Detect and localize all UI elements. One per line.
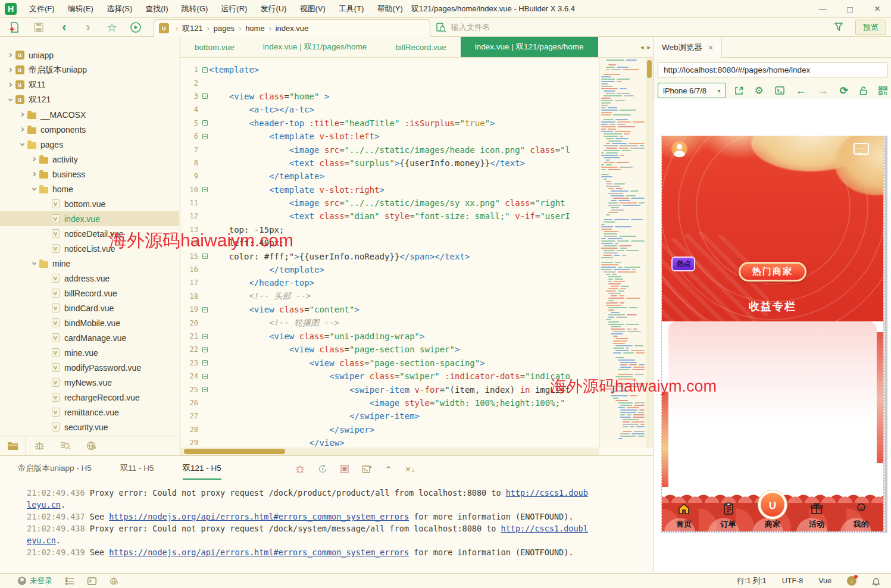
- collapse-panel-icon[interactable]: ⌃: [385, 465, 392, 474]
- tree-folder-uniapp[interactable]: uuniapp: [0, 48, 179, 62]
- chevron-right-icon[interactable]: [6, 66, 14, 74]
- menu-item-1[interactable]: 编辑(E): [61, 0, 100, 18]
- fold-toggle-icon[interactable]: [201, 93, 209, 99]
- tree-file-mine.vue[interactable]: Vmine.vue: [0, 345, 179, 360]
- console-link[interactable]: eyu.cn: [27, 536, 56, 545]
- hot-merchants-button[interactable]: 热门商家: [739, 262, 806, 282]
- chevron-down-icon[interactable]: [6, 96, 14, 104]
- tab-shop-label[interactable]: 商家: [765, 519, 780, 530]
- menu-item-2[interactable]: 选择(S): [100, 0, 139, 18]
- save-icon[interactable]: [32, 20, 46, 35]
- web-resources-tab[interactable]: [79, 436, 105, 456]
- tab-scroll-right-icon[interactable]: ▸: [647, 43, 651, 51]
- outline-icon[interactable]: [65, 577, 74, 585]
- menu-item-0[interactable]: 文件(F): [23, 0, 61, 18]
- fold-toggle-icon[interactable]: [201, 307, 209, 312]
- console-link[interactable]: https://nodejs.org/api/errors.html#error…: [109, 512, 409, 521]
- avatar[interactable]: [671, 141, 687, 157]
- fold-toggle-icon[interactable]: [201, 347, 209, 352]
- tree-file-bindMobile.vue[interactable]: VbindMobile.vue: [0, 315, 179, 330]
- tree-file-remittance.vue[interactable]: Vremittance.vue: [0, 405, 179, 420]
- tab-order[interactable]: 订单: [711, 502, 746, 530]
- device-selector[interactable]: iPhone 6/7/8 ▾: [658, 83, 726, 98]
- fold-toggle-icon[interactable]: [201, 360, 209, 365]
- tree-folder-business[interactable]: business: [0, 167, 179, 182]
- breadcrumb-file[interactable]: index.vue: [276, 24, 309, 33]
- phone-viewport[interactable]: ··· 热点 热门商家 收益专栏 首页订单商家活动我的 ∪ 商家: [661, 136, 884, 533]
- console-link[interactable]: https://nodejs.org/api/errors.html#error…: [109, 548, 409, 557]
- notification-bell-icon[interactable]: [872, 577, 880, 586]
- minimize-button[interactable]: —: [809, 0, 836, 18]
- tab-gift[interactable]: 活动: [799, 502, 834, 530]
- debug-bug-icon[interactable]: [295, 464, 305, 474]
- tree-folder-mine[interactable]: mine: [0, 256, 179, 271]
- editor-tab-3[interactable]: index.vue | 双121/pages/home: [461, 37, 598, 57]
- hot-badge[interactable]: 热点: [671, 257, 695, 271]
- tree-file-security.vue[interactable]: Vsecurity.vue: [0, 420, 179, 434]
- menu-item-3[interactable]: 查找(I): [139, 0, 174, 18]
- chevron-down-icon[interactable]: [30, 185, 38, 193]
- menu-item-8[interactable]: 工具(T): [332, 0, 371, 18]
- browser-tab[interactable]: Web浏览器 ×: [654, 37, 722, 58]
- tree-file-rechargeRecord.vue[interactable]: VrechargeRecord.vue: [0, 390, 179, 405]
- chevron-right-icon[interactable]: [6, 81, 14, 89]
- nav-back-icon[interactable]: ‹: [57, 20, 71, 35]
- tree-file-cardManage.vue[interactable]: VcardManage.vue: [0, 330, 179, 345]
- update-download-icon[interactable]: ↓: [847, 576, 856, 586]
- minimap[interactable]: [599, 58, 646, 448]
- clear-console-icon[interactable]: ✕↓: [405, 465, 415, 474]
- breadcrumb-pages[interactable]: pages: [214, 24, 235, 33]
- editor-horizontal-scrollbar[interactable]: [180, 448, 599, 455]
- stop-icon[interactable]: [340, 465, 349, 473]
- console-link[interactable]: http://cscs1.doubl: [501, 524, 588, 533]
- chevron-down-icon[interactable]: [18, 140, 26, 149]
- browser-back-icon[interactable]: ←: [796, 85, 806, 97]
- globe-icon[interactable]: [110, 577, 118, 585]
- browser-tab-close-icon[interactable]: ×: [708, 43, 713, 52]
- chevron-down-icon[interactable]: [30, 259, 38, 268]
- console-tab-0[interactable]: 帝启版本uniapp - H5: [18, 463, 92, 480]
- editor-tab-0[interactable]: bottom.vue: [180, 37, 249, 57]
- menu-item-7[interactable]: 视图(V): [293, 0, 332, 18]
- console-log[interactable]: 21:02:49.436 Proxy error: Could not prox…: [27, 487, 647, 571]
- console-link[interactable]: http://cscs1.doub: [506, 488, 588, 498]
- tree-file-bottom.vue[interactable]: Vbottom.vue: [0, 196, 179, 211]
- tree-folder-帝启版本uniapp[interactable]: u帝启版本uniapp: [0, 62, 179, 77]
- nav-forward-icon[interactable]: ›: [81, 20, 95, 35]
- chevron-right-icon[interactable]: [18, 126, 26, 134]
- close-button[interactable]: ×: [864, 0, 891, 18]
- tab-shop-button[interactable]: ∪: [758, 490, 787, 520]
- tab-scroll-left-icon[interactable]: ◂: [640, 43, 644, 51]
- tree-folder-components[interactable]: components: [0, 122, 179, 137]
- phone-scrollbar[interactable]: [884, 136, 887, 533]
- menu-item-5[interactable]: 运行(R): [214, 0, 254, 18]
- chevron-right-icon[interactable]: [30, 155, 38, 164]
- tree-file-noticeList.vue[interactable]: VnoticeList.vue: [0, 241, 179, 256]
- chevron-right-icon[interactable]: [18, 111, 26, 119]
- vscroll-thumb[interactable]: [647, 60, 652, 78]
- preview-button[interactable]: 预览: [855, 20, 886, 35]
- url-input[interactable]: http://localhost:8080/#/pages/home/index: [658, 62, 887, 77]
- tree-file-modifyPassword.vue[interactable]: VmodifyPassword.vue: [0, 360, 179, 375]
- tree-file-myNews.vue[interactable]: VmyNews.vue: [0, 375, 179, 390]
- editor-tab-1[interactable]: index.vue | 双11/pages/home: [249, 37, 381, 57]
- chevron-right-icon[interactable]: [30, 170, 38, 179]
- refresh-icon[interactable]: ⟳: [840, 85, 848, 97]
- fold-toggle-icon[interactable]: [201, 67, 209, 73]
- chevron-right-icon[interactable]: [6, 51, 14, 60]
- editor-tab-2[interactable]: billRecord.vue: [381, 37, 461, 57]
- login-status[interactable]: 未登录: [18, 576, 52, 586]
- tree-file-index.vue[interactable]: Vindex.vue: [0, 211, 179, 226]
- debug-tab[interactable]: [26, 436, 52, 456]
- tree-folder-双121[interactable]: u双121: [0, 92, 179, 107]
- filter-funnel-icon[interactable]: [834, 22, 843, 32]
- cursor-position[interactable]: 行:1 列:1: [737, 576, 766, 586]
- open-external-icon[interactable]: [734, 86, 743, 95]
- tree-folder-__MACOSX[interactable]: __MACOSX: [0, 107, 179, 122]
- encoding-indicator[interactable]: UTF-8: [782, 577, 803, 585]
- explorer-tab[interactable]: [0, 436, 26, 456]
- qr-code-icon[interactable]: [879, 86, 887, 95]
- tree-file-bindCard.vue[interactable]: VbindCard.vue: [0, 301, 179, 315]
- message-icon[interactable]: ···: [854, 143, 869, 155]
- tab-home[interactable]: 首页: [667, 502, 701, 530]
